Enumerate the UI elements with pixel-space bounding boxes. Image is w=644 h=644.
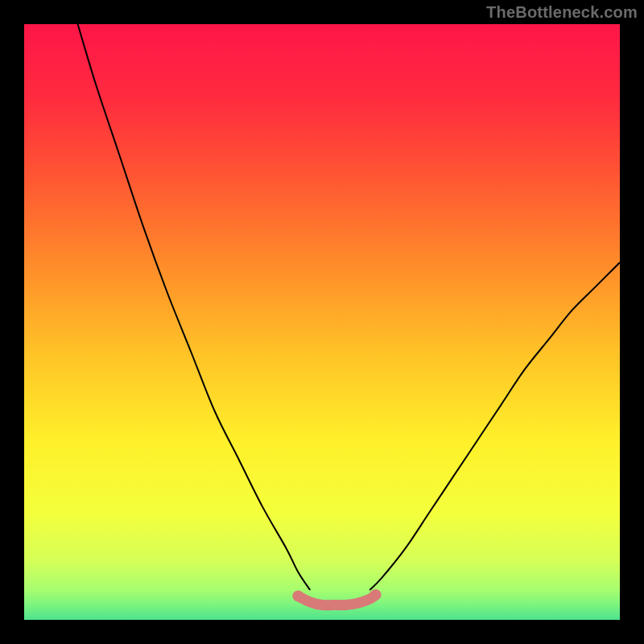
optimal-marker-end-1 <box>370 589 382 601</box>
optimal-marker-end-0 <box>292 590 303 601</box>
bottleneck-chart <box>24 24 620 620</box>
gradient-background <box>24 24 620 620</box>
chart-frame: TheBottleneck.com <box>0 0 644 644</box>
watermark-text: TheBottleneck.com <box>486 3 638 22</box>
plot-area <box>24 24 620 620</box>
